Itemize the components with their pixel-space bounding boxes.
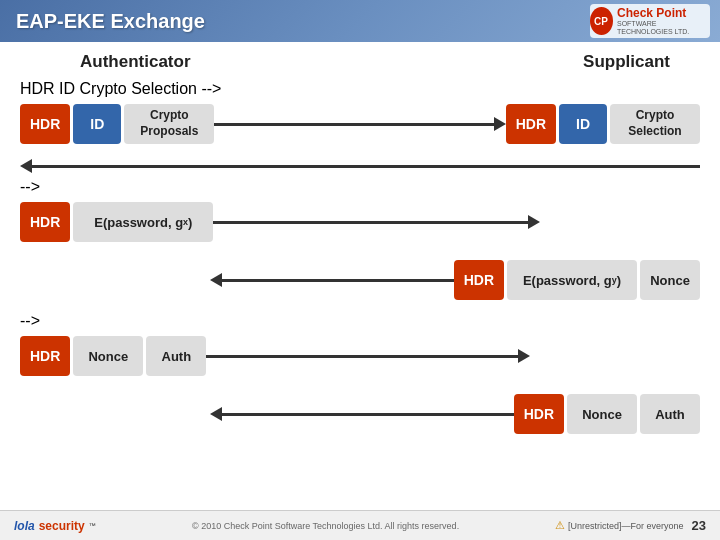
arrow-row5-left: [210, 407, 514, 421]
supplicant-label: Supplicant: [583, 52, 670, 72]
exchange-row-2: HDR E(password, gx): [20, 196, 700, 248]
row5-right: HDR Nonce Auth: [514, 394, 700, 434]
hdr-box-1b: HDR: [506, 104, 556, 144]
arrow-tip-right: [518, 349, 530, 363]
hdr-box-5: HDR: [514, 394, 564, 434]
cp-text: Check Point SOFTWARE TECHNOLOGIES LTD.: [617, 7, 710, 36]
arrow-tip-right: [528, 215, 540, 229]
page-title: EAP-EKE Exchange: [16, 10, 205, 33]
hdr-box-3: HDR: [454, 260, 504, 300]
page-number: 23: [692, 518, 706, 533]
exchange-row-5: HDR Nonce Auth: [20, 388, 700, 440]
authenticator-label: Authenticator: [80, 52, 191, 72]
footer-right: ⚠ [Unrestricted]—For everyone 23: [555, 518, 706, 533]
row1-left: HDR ID CryptoProposals: [20, 104, 214, 144]
crypto-proposals-box: CryptoProposals: [124, 104, 214, 144]
arrow-row3-left: [210, 273, 454, 287]
footer-logo-red: security: [39, 519, 85, 533]
id-box-1a: ID: [73, 104, 121, 144]
checkpoint-logo: CP Check Point SOFTWARE TECHNOLOGIES LTD…: [590, 7, 710, 36]
hdr-box-1a: HDR: [20, 104, 70, 144]
arrow-row1-left-container: [20, 159, 700, 173]
arrow-line-left: [30, 165, 700, 168]
arrow-line: [220, 413, 514, 416]
exchange-row-3: HDR E(password, gy) Nonce: [20, 254, 700, 306]
row3-right: HDR E(password, gy) Nonce: [454, 260, 700, 300]
arrow-row4-right: [206, 349, 530, 363]
arrow-line: [206, 355, 520, 358]
crypto-selection-box: CryptoSelection: [610, 104, 700, 144]
auth-box-4: Auth: [146, 336, 206, 376]
exchange-row-1: HDR ID CryptoProposals HDR ID CryptoSele…: [20, 98, 700, 150]
footer-logo-italic: lola: [14, 519, 35, 533]
row2-left: HDR E(password, gx): [20, 202, 213, 242]
main-content: Authenticator Supplicant HDR ID Crypto S…: [0, 42, 720, 510]
column-headers: Authenticator Supplicant: [20, 52, 700, 72]
app-window: EAP-EKE Exchange CP Check Point SOFTWARE…: [0, 0, 720, 510]
row1-right: HDR ID CryptoSelection: [506, 104, 700, 144]
hdr-box-2: HDR: [20, 202, 70, 242]
epwd-gy-box: E(password, gy): [507, 260, 637, 300]
arrow-line: [220, 279, 454, 282]
footer-copyright: © 2010 Check Point Software Technologies…: [192, 521, 459, 531]
svg-text:CP: CP: [595, 16, 609, 27]
epwd-gx-box: E(password, gx): [73, 202, 213, 242]
hdr-box-4: HDR: [20, 336, 70, 376]
header: EAP-EKE Exchange CP Check Point SOFTWARE…: [0, 0, 720, 42]
cp-icon: CP: [590, 7, 613, 35]
arrow-line: [214, 123, 495, 126]
nonce-box-4: Nonce: [73, 336, 143, 376]
id-box-1b: ID: [559, 104, 607, 144]
arrow-left-wrap: [20, 159, 700, 173]
auth-box-5: Auth: [640, 394, 700, 434]
footer-logo: lolasecurity ™: [14, 519, 96, 533]
arrow-row1-right: [214, 117, 505, 131]
nonce-box-3: Nonce: [640, 260, 700, 300]
return-arrow-row1: [20, 156, 700, 176]
footer-classification: ⚠ [Unrestricted]—For everyone: [555, 519, 683, 532]
arrow-tip-right: [494, 117, 506, 131]
exchange-row-4: HDR Nonce Auth: [20, 330, 700, 382]
nonce-box-5: Nonce: [567, 394, 637, 434]
arrow-line: [213, 221, 530, 224]
footer: lolasecurity ™ © 2010 Check Point Softwa…: [0, 510, 720, 540]
arrow-row2-right: [213, 215, 540, 229]
row4-left: HDR Nonce Auth: [20, 336, 206, 376]
logo-area: CP Check Point SOFTWARE TECHNOLOGIES LTD…: [590, 4, 710, 38]
